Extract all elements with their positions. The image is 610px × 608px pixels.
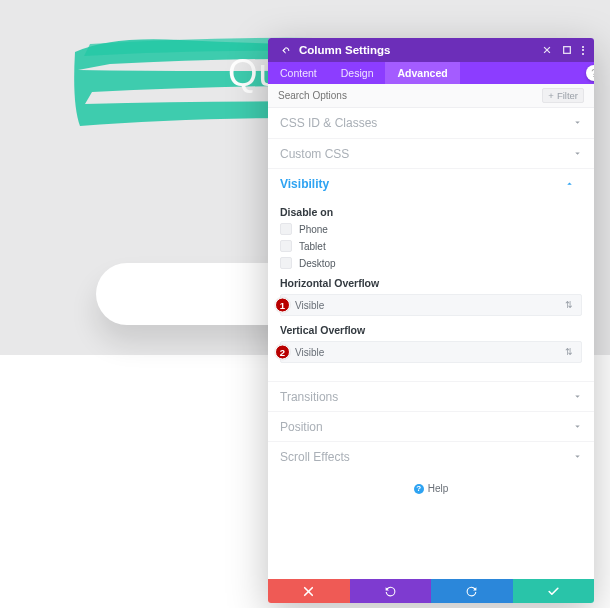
panel-title: Column Settings [299, 44, 390, 56]
section-options-icon[interactable] [580, 179, 582, 188]
horizontal-overflow-label: Horizontal Overflow [280, 277, 582, 289]
help-link[interactable]: ? Help [414, 483, 449, 494]
svg-rect-0 [564, 47, 571, 54]
filter-button[interactable]: +Filter [542, 88, 584, 103]
cancel-button[interactable] [268, 579, 350, 603]
chevron-down-icon [573, 117, 582, 129]
search-input[interactable] [278, 90, 542, 101]
checkbox-phone[interactable]: Phone [280, 223, 582, 235]
callout-1: 1 [275, 298, 290, 313]
help-row: ? Help [268, 471, 594, 504]
panel-header[interactable]: Column Settings [268, 38, 594, 62]
undo-button[interactable] [350, 579, 432, 603]
chevron-down-icon [573, 451, 582, 463]
section-css-id-classes[interactable]: CSS ID & Classes [268, 108, 594, 138]
checkbox-tablet[interactable]: Tablet [280, 240, 582, 252]
chevron-down-icon [573, 391, 582, 403]
tabs-bar: Content Design Advanced ? [268, 62, 594, 84]
chevron-up-icon [565, 178, 574, 190]
tab-content[interactable]: Content [268, 62, 329, 84]
settings-panel: Column Settings Content Design Advanced … [268, 38, 594, 603]
help-icon: ? [414, 484, 424, 494]
search-options-row: +Filter [268, 84, 594, 108]
vertical-overflow-select[interactable]: 2 Visible ⇅ [280, 341, 582, 363]
save-button[interactable] [513, 579, 595, 603]
redo-button[interactable] [431, 579, 513, 603]
footer-actions [268, 579, 594, 603]
back-icon[interactable] [278, 44, 292, 57]
checkbox-desktop[interactable]: Desktop [280, 257, 582, 269]
callout-2: 2 [275, 345, 290, 360]
horizontal-overflow-select[interactable]: 1 Visible ⇅ [280, 294, 582, 316]
section-custom-css[interactable]: Custom CSS [268, 138, 594, 168]
tab-design[interactable]: Design [329, 62, 386, 84]
section-visibility[interactable]: Visibility [268, 168, 594, 198]
section-transitions[interactable]: Transitions [268, 381, 594, 411]
dropdown-caret-icon: ⇅ [565, 301, 573, 310]
chevron-down-icon [573, 421, 582, 433]
vertical-overflow-label: Vertical Overflow [280, 324, 582, 336]
disable-on-label: Disable on [280, 206, 582, 218]
expand-icon[interactable] [562, 45, 572, 55]
dropdown-caret-icon: ⇅ [565, 348, 573, 357]
tab-advanced[interactable]: Advanced [385, 62, 459, 84]
chevron-down-icon [573, 148, 582, 160]
close-icon[interactable] [542, 45, 552, 55]
visibility-body: Disable on Phone Tablet Desktop Horizont… [268, 198, 594, 381]
help-badge-icon[interactable]: ? [586, 65, 594, 81]
sections-container: CSS ID & Classes Custom CSS Visibility D… [268, 108, 594, 579]
section-position[interactable]: Position [268, 411, 594, 441]
section-scroll-effects[interactable]: Scroll Effects [268, 441, 594, 471]
kebab-menu-icon[interactable] [582, 46, 584, 55]
